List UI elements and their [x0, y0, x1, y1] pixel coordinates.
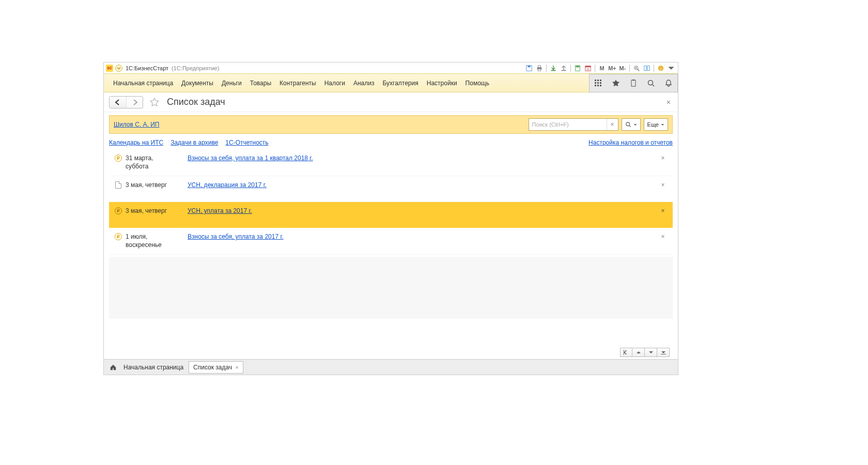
svg-point-31 [648, 80, 653, 85]
ruble-icon: ₽ [111, 154, 126, 162]
home-icon[interactable] [108, 362, 118, 373]
org-link[interactable]: Шилов С. А. ИП [114, 121, 159, 128]
menu-settings[interactable]: Настройки [423, 76, 461, 90]
svg-rect-26 [595, 85, 596, 86]
menu-taxes[interactable]: Налоги [320, 76, 349, 90]
task-row[interactable]: ₽ 3 мая, четверг УСН, уплата за 2017 г. … [109, 202, 673, 228]
svg-rect-35 [624, 350, 624, 355]
menu-money[interactable]: Деньги [218, 76, 246, 90]
memory-mplus-icon[interactable]: M+ [608, 64, 617, 73]
separator [654, 65, 654, 72]
memory-m-icon[interactable]: M [597, 64, 607, 73]
svg-rect-8 [576, 66, 580, 67]
panes-icon[interactable] [642, 64, 652, 73]
clipboard-icon[interactable] [625, 74, 642, 92]
search-input[interactable] [529, 119, 607, 130]
link-calendar-its[interactable]: Календарь на ИТС [109, 139, 163, 146]
svg-rect-4 [538, 69, 540, 71]
task-row[interactable]: ₽ 31 марта,суббота Взносы за себя, уплат… [109, 149, 673, 176]
svg-rect-5 [551, 70, 556, 71]
svg-rect-29 [631, 80, 636, 86]
menu-counterparties[interactable]: Контрагенты [275, 76, 320, 90]
task-row[interactable]: ₽ 1 июля,воскресенье Взносы за себя, упл… [109, 228, 673, 255]
info-icon[interactable]: i [656, 64, 665, 73]
link-1c-reporting[interactable]: 1С-Отчетность [225, 139, 268, 146]
favorites-star-icon[interactable] [607, 74, 625, 92]
separator [629, 65, 630, 72]
svg-rect-23 [595, 82, 596, 84]
task-close-icon[interactable]: × [655, 154, 671, 162]
pager-up-icon[interactable] [632, 348, 645, 357]
pager-first-icon[interactable] [620, 348, 632, 357]
ruble-icon: ₽ [111, 233, 126, 240]
org-bar: Шилов С. А. ИП × Еще [109, 115, 673, 134]
separator [595, 65, 595, 72]
titlebar-actions: 31 M M+ M- i [524, 64, 676, 73]
svg-rect-3 [538, 65, 540, 67]
svg-rect-22 [600, 80, 601, 81]
pager-down-icon[interactable] [645, 348, 657, 357]
svg-line-32 [653, 85, 654, 86]
search-button[interactable] [622, 118, 641, 131]
task-list-empty-area [109, 257, 673, 319]
app-menu-dropdown[interactable] [115, 65, 122, 72]
upload-icon[interactable] [559, 64, 568, 73]
favorite-star-icon[interactable] [149, 97, 160, 107]
menu-home[interactable]: Начальная страница [109, 76, 177, 90]
calendar-icon[interactable]: 31 [583, 64, 593, 73]
task-title-link[interactable]: Взносы за себя, уплата за 2017 г. [188, 233, 578, 240]
bell-icon[interactable] [660, 74, 677, 92]
download-icon[interactable] [549, 64, 558, 73]
menubar: Начальная страница Документы Деньги Това… [104, 74, 678, 92]
menu-documents[interactable]: Документы [177, 76, 218, 90]
link-tasks-archive[interactable]: Задачи в архиве [171, 139, 218, 146]
search-icon[interactable] [642, 74, 660, 92]
task-close-icon[interactable]: × [655, 207, 671, 214]
ruble-icon: ₽ [111, 207, 126, 214]
task-row[interactable]: 3 мая, четверг УСН, декларация за 2017 г… [109, 176, 673, 202]
svg-line-13 [638, 69, 640, 71]
task-title-link[interactable]: УСН, декларация за 2017 г. [188, 181, 578, 189]
tab-task-list[interactable]: Список задач × [189, 361, 243, 374]
print-icon[interactable] [535, 64, 544, 73]
svg-rect-20 [595, 80, 596, 81]
logo-1c-icon: 1С [106, 65, 113, 72]
link-tax-settings[interactable]: Настройка налогов и отчетов [588, 139, 673, 146]
svg-rect-1 [528, 65, 530, 67]
save-icon[interactable] [524, 64, 534, 73]
document-icon [111, 181, 126, 189]
task-title-link[interactable]: УСН, уплата за 2017 г. [188, 207, 578, 214]
task-close-icon[interactable]: × [655, 233, 671, 240]
pager [620, 348, 670, 357]
task-title-link[interactable]: Взносы за себя, уплата за 1 квартал 2018… [188, 154, 578, 162]
calculator-icon[interactable] [573, 64, 582, 73]
tab-close-icon[interactable]: × [235, 364, 238, 370]
task-date: 3 мая, четверг [126, 181, 188, 190]
svg-rect-25 [600, 82, 601, 84]
more-button[interactable]: Еще [644, 118, 668, 131]
pager-strip [104, 346, 678, 359]
separator [546, 65, 547, 72]
info-dropdown-icon[interactable] [667, 64, 676, 73]
tab-home[interactable]: Начальная страница [119, 362, 188, 373]
svg-rect-36 [661, 354, 666, 354]
nav-forward-button[interactable] [126, 97, 143, 108]
menu-help[interactable]: Помощь [461, 76, 493, 90]
task-close-icon[interactable]: × [655, 181, 671, 189]
apps-grid-icon[interactable] [590, 74, 607, 92]
nav-back-button[interactable] [110, 97, 126, 108]
memory-mminus-icon[interactable]: M- [618, 64, 627, 73]
menu-goods[interactable]: Товары [246, 76, 275, 90]
search-clear-icon[interactable]: × [607, 119, 618, 130]
svg-rect-6 [562, 70, 566, 71]
menu-analysis[interactable]: Анализ [349, 76, 379, 90]
tab-bar: Начальная страница Список задач × [104, 359, 678, 375]
menu-accounting[interactable]: Бухгалтерия [378, 76, 422, 90]
svg-rect-24 [597, 82, 599, 84]
page-close-button[interactable]: × [664, 97, 673, 107]
org-bar-right: × Еще [529, 118, 668, 131]
svg-text:31: 31 [586, 67, 590, 71]
svg-rect-21 [597, 80, 599, 81]
pager-last-icon[interactable] [657, 348, 670, 357]
zoom-icon[interactable] [632, 64, 641, 73]
